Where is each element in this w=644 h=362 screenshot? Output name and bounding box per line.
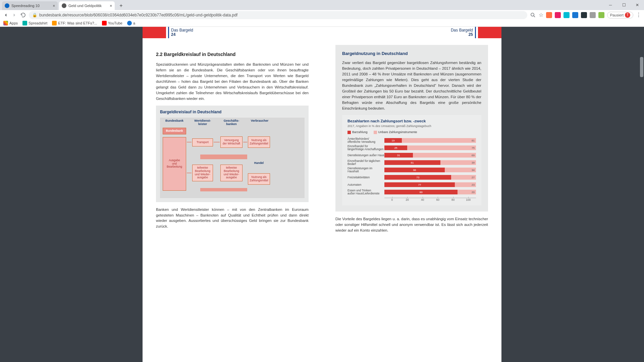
- bookmark-youtube[interactable]: YouTube: [102, 21, 122, 25]
- bookmark-label: a: [133, 21, 135, 25]
- bookmark-a[interactable]: a: [127, 21, 135, 25]
- page-number: 25: [451, 33, 473, 37]
- tab-geld[interactable]: Geld und Geldpolitik ×: [59, 1, 115, 10]
- chart-row-label: Automaten: [347, 183, 384, 186]
- tab-title: Speedreading 10: [11, 4, 51, 8]
- back-button[interactable]: [3, 12, 9, 18]
- chart-row: Einzelhandel für längerfristige Anschaff…: [347, 144, 476, 152]
- diagram-area: Bundesbank Wertdienst- leister Geschäfts…: [160, 118, 305, 198]
- tab-title: Geld und Geldpolitik: [68, 4, 108, 8]
- chart-rows: Ämter/Behörden/ öffentliche Verwaltung19…: [347, 137, 476, 196]
- diagram-node-nutzung1: Nutzung als Zahlungsmittel: [248, 136, 270, 148]
- extension-icon[interactable]: [598, 12, 604, 18]
- axis-tick: 80: [445, 198, 461, 201]
- chart-row-bars: 3169: [384, 153, 476, 158]
- url-field[interactable]: 🔒 bundesbank.de/resource/blob/606038/c03…: [29, 11, 527, 19]
- scrollbar-thumb[interactable]: [640, 57, 643, 77]
- favicon-icon: [22, 21, 27, 25]
- chart-row: Automaten7723: [347, 181, 476, 188]
- favicon-icon: [127, 21, 132, 25]
- bookmark-label: Apps: [9, 21, 18, 25]
- favicon-icon: [102, 21, 107, 25]
- legend-swatch: [374, 131, 377, 134]
- diagram-col-header: Wertdienst- leister: [191, 119, 214, 126]
- diagram-arrow-bar: [200, 155, 247, 159]
- browser-chrome: Speedreading 10 × Geld und Geldpolitik ×…: [0, 0, 644, 27]
- close-window-button[interactable]: ✕: [631, 0, 644, 10]
- paused-label: Pausiert: [610, 13, 624, 17]
- legend-item: Barzahlung: [347, 130, 368, 134]
- sidebar-box: Bargeldnutzung in Deutschland Zwar verli…: [335, 45, 488, 212]
- lock-icon: 🔒: [32, 13, 37, 17]
- page-body: Bargeldnutzung in Deutschland Zwar verli…: [335, 38, 488, 233]
- diagram-title: Bargeldkreislauf in Deutschland: [160, 110, 305, 114]
- bar-cash: 66: [384, 168, 445, 172]
- chart-row-label: Dienstleistungen außer Haus: [347, 154, 384, 157]
- bookmark-spreadshirt[interactable]: Spreadshirt: [22, 21, 47, 25]
- bar-noncash: 81: [402, 138, 476, 143]
- extension-icon[interactable]: [564, 12, 570, 18]
- red-bar: [478, 27, 501, 38]
- axis-tick: 60: [430, 198, 446, 201]
- chart-row-bars: 1981: [384, 138, 476, 143]
- tab-speedreading[interactable]: Speedreading 10 ×: [2, 1, 58, 10]
- maximize-button[interactable]: ☐: [617, 0, 631, 10]
- menu-icon[interactable]: ⋮: [636, 12, 641, 18]
- zoom-icon[interactable]: [530, 12, 536, 18]
- bar-noncash: 23: [455, 182, 476, 187]
- diagram-arrow: [214, 142, 220, 142]
- chart-row: Dienstleistungen im Haushalt6634: [347, 166, 476, 174]
- chart-row: Essen und Trinken außer Haus/Lieferdiens…: [347, 188, 476, 196]
- chart-row-label: Ämter/Behörden/ öffentliche Verwaltung: [347, 137, 384, 143]
- minimize-button[interactable]: ─: [604, 0, 617, 10]
- extension-icon[interactable]: [590, 12, 596, 18]
- chart-row-bars: 8020: [384, 190, 476, 194]
- extension-icon[interactable]: [546, 12, 552, 18]
- page-body: 2.2 Bargeldkreislauf in Deutschland Spez…: [156, 38, 309, 229]
- bar-cash: 19: [384, 138, 402, 143]
- chart-row: Dienstleistungen außer Haus3169: [347, 152, 476, 159]
- reload-button[interactable]: [20, 12, 26, 18]
- axis-tick: 0: [384, 198, 400, 201]
- new-tab-button[interactable]: +: [117, 2, 125, 9]
- chart-row-label: Freizeitaktivitäten: [347, 176, 384, 179]
- chart-subtitle: 2017, Angaben in % des Umsatzes; gemäß Z…: [347, 124, 476, 128]
- legend-label: Barzahlung: [352, 130, 368, 134]
- apps-icon: [3, 21, 8, 25]
- scrollbar[interactable]: [639, 27, 644, 362]
- bookmark-etf[interactable]: ETF: Was sind ETFs?...: [52, 21, 97, 25]
- bar-cash: 80: [384, 190, 458, 194]
- body-paragraph: Spezialdruckereien und Münzprägeanstalte…: [156, 62, 309, 102]
- body-paragraph: Banken und Wertdienstleister können – mi…: [156, 207, 309, 230]
- chart-row-bars: 6139: [384, 160, 476, 165]
- blue-bar: [168, 27, 169, 38]
- bookmark-label: ETF: Was sind ETFs?...: [58, 21, 97, 25]
- svg-point-0: [531, 13, 534, 16]
- close-tab-icon[interactable]: ×: [110, 4, 112, 8]
- extension-icon[interactable]: [572, 12, 578, 18]
- bar-cash: 77: [384, 182, 455, 187]
- chart-row-bars: 6634: [384, 168, 476, 172]
- pdf-page-right: Das Bargeld 25 Bargeldnutzung in Deutsch…: [322, 27, 501, 355]
- running-head-left: Das Bargeld 24: [143, 27, 309, 38]
- apps-shortcut[interactable]: Apps: [3, 21, 18, 25]
- axis-tick: 100: [461, 198, 476, 201]
- close-tab-icon[interactable]: ×: [53, 4, 55, 8]
- pdf-viewer: Das Bargeld 24 2.2 Bargeldkreislauf in D…: [0, 27, 644, 362]
- diagram-arrow-bar: [200, 188, 247, 191]
- chart-row-label: Einzelhandel für längerfristige Anschaff…: [347, 145, 384, 151]
- diagram-label-handel: Handel: [248, 160, 270, 167]
- forward-button[interactable]: [11, 12, 17, 18]
- legend-item: Unbare Zahlungsinstrumente: [374, 130, 417, 134]
- diagram-node-teil1: teilweise Bearbeitung und Wieder- ausgab…: [192, 165, 213, 181]
- bar-noncash: 27: [451, 175, 476, 180]
- pdf-page-left: Das Bargeld 24 2.2 Bargeldkreislauf in D…: [143, 27, 322, 355]
- url-text: bundesbank.de/resource/blob/606038/c0364…: [39, 13, 237, 17]
- diagram-arrow: [243, 142, 247, 142]
- star-icon[interactable]: ☆: [539, 12, 543, 18]
- extension-icon[interactable]: [555, 12, 561, 18]
- profile-paused[interactable]: Pausiert T: [607, 12, 633, 18]
- extension-icon[interactable]: [581, 12, 587, 18]
- diagram-node-versorgung: Versorgung der Wirtschaft: [220, 136, 243, 148]
- window-controls: ─ ☐ ✕: [604, 0, 644, 10]
